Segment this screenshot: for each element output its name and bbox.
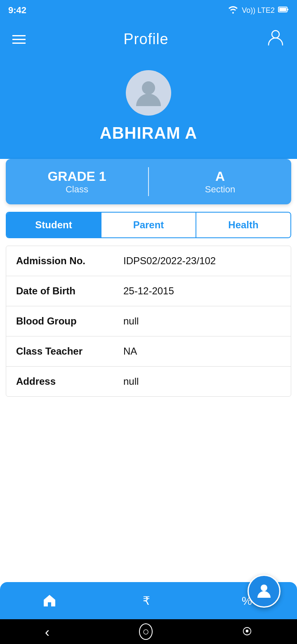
- network-text: Vo)) LTE2: [242, 6, 275, 15]
- table-row: Admission No. IDPS02/2022-23/102: [6, 246, 291, 276]
- tab-student[interactable]: Student: [7, 213, 101, 237]
- field-value-address: null: [123, 376, 139, 387]
- table-row: Blood Group null: [6, 306, 291, 336]
- nav-home[interactable]: [42, 593, 57, 608]
- grade-divider: [148, 167, 149, 196]
- signal-icon: [228, 5, 238, 16]
- fab-profile[interactable]: [248, 575, 280, 608]
- status-icons: Vo)) LTE2: [228, 5, 289, 16]
- svg-point-8: [261, 585, 267, 591]
- table-row: Date of Birth 25-12-2015: [6, 276, 291, 306]
- svg-point-4: [272, 31, 279, 38]
- profile-tabs: Student Parent Health: [6, 212, 291, 238]
- field-label-dob: Date of Birth: [16, 285, 123, 297]
- student-name: ABHIRAM A: [100, 124, 197, 142]
- grade-class-side: GRADE 1 Class: [6, 159, 148, 204]
- profile-section: ABHIRAM A: [0, 58, 297, 159]
- field-label-teacher: Class Teacher: [16, 346, 123, 357]
- status-bar: 9:42 Vo)) LTE2: [0, 0, 297, 21]
- status-time: 9:42: [8, 5, 26, 16]
- table-row: Address null: [6, 367, 291, 396]
- field-value-dob: 25-12-2015: [123, 285, 174, 297]
- app-header: Profile: [0, 21, 297, 58]
- svg-text:₹: ₹: [143, 594, 150, 607]
- field-value-teacher: NA: [123, 346, 137, 357]
- grade-section-side: A Section: [149, 159, 291, 204]
- grade-card: GRADE 1 Class A Section: [6, 159, 291, 204]
- avatar: [126, 70, 171, 116]
- section-label: Section: [205, 184, 235, 195]
- user-profile-icon[interactable]: [266, 28, 285, 50]
- svg-point-5: [142, 81, 155, 95]
- android-navigation-bar: ‹ ○ ⦿: [0, 619, 297, 644]
- home-button[interactable]: ○: [139, 623, 153, 640]
- back-button[interactable]: ‹: [45, 624, 50, 640]
- section-value: A: [215, 169, 225, 184]
- field-label-blood: Blood Group: [16, 315, 123, 327]
- tab-health[interactable]: Health: [196, 213, 290, 237]
- grade-label: Class: [66, 184, 88, 195]
- menu-button[interactable]: [12, 35, 26, 44]
- field-value-blood: null: [123, 315, 139, 327]
- recents-button[interactable]: ⦿: [242, 626, 252, 637]
- field-label-admission: Admission No.: [16, 255, 123, 267]
- student-info-table: Admission No. IDPS02/2022-23/102 Date of…: [6, 246, 291, 397]
- page-title: Profile: [123, 31, 168, 48]
- field-value-admission: IDPS02/2022-23/102: [123, 255, 216, 267]
- field-label-address: Address: [16, 376, 123, 387]
- nav-fees[interactable]: ₹: [141, 593, 156, 608]
- battery-icon: [278, 6, 289, 15]
- tab-parent[interactable]: Parent: [101, 213, 196, 237]
- svg-rect-3: [288, 9, 288, 10]
- svg-rect-2: [279, 8, 286, 11]
- table-row: Class Teacher NA: [6, 336, 291, 367]
- grade-value: GRADE 1: [47, 169, 106, 184]
- svg-point-0: [232, 12, 234, 14]
